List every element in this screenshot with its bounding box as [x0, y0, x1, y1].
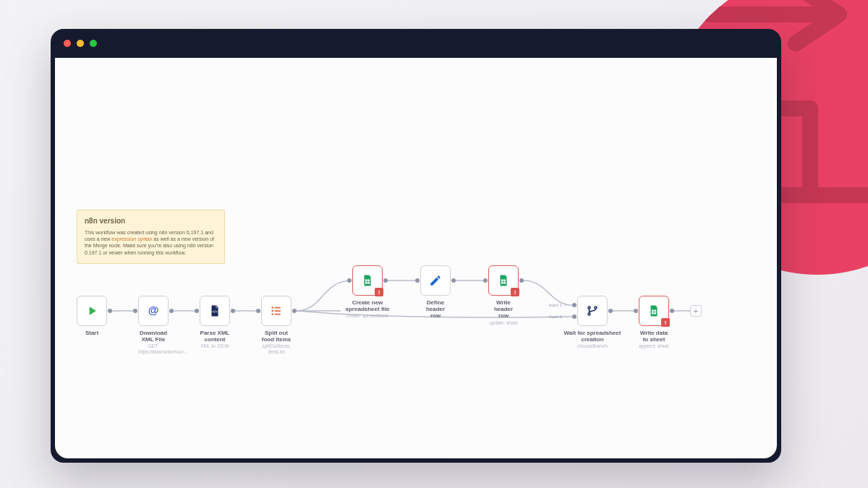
google-sheets-icon [495, 273, 511, 288]
play-icon [84, 303, 100, 319]
add-node-button[interactable]: + [690, 305, 702, 317]
node-split-items[interactable]: Split out food items splitOutItems: item… [261, 296, 292, 354]
browser-window: n8n version This workflow was created us… [51, 29, 781, 463]
workflow-canvas[interactable]: n8n version This workflow was created us… [55, 58, 777, 458]
svg-point-11 [588, 313, 590, 315]
node-download-xml[interactable]: @ Download XML File GET: https://www.w3s… [138, 296, 169, 354]
svg-rect-7 [275, 314, 281, 315]
google-sheets-icon [359, 273, 375, 288]
error-badge-icon [661, 318, 670, 327]
window-minimize-dot[interactable] [77, 40, 84, 47]
node-start[interactable]: Start [77, 296, 107, 336]
svg-point-12 [595, 307, 597, 309]
merge-input-2-label: input 2 → [549, 314, 568, 319]
node-write-header[interactable]: Write header row update: sheet [488, 265, 519, 325]
svg-point-10 [588, 307, 590, 309]
error-badge-icon [375, 288, 383, 296]
svg-point-4 [271, 313, 273, 315]
svg-rect-6 [275, 310, 281, 312]
window-maximize-dot[interactable] [90, 40, 97, 47]
merge-input-1-label: input 1 → [549, 303, 568, 307]
file-code-icon: </> [207, 303, 223, 319]
svg-rect-5 [275, 307, 281, 309]
error-badge-icon [511, 288, 519, 296]
svg-point-3 [271, 310, 273, 312]
list-icon [268, 303, 284, 319]
node-write-data[interactable]: Write data to sheet append: sheet [639, 296, 669, 349]
svg-text:</>: </> [212, 309, 218, 314]
node-parse-xml[interactable]: </> Parse XML content XML to JSON [200, 296, 230, 349]
google-sheets-icon [646, 303, 662, 319]
node-wait-merge[interactable]: input 1 → input 2 → Wait for spreadsheet… [577, 296, 615, 349]
node-create-spreadsheet[interactable]: Create new spreadsheet file create: spre… [352, 265, 390, 319]
window-close-dot[interactable] [64, 40, 71, 47]
window-titlebar [51, 29, 781, 58]
node-define-header[interactable]: Define header row [420, 265, 451, 320]
svg-point-2 [271, 307, 273, 309]
pencil-icon [427, 273, 443, 288]
sticky-note[interactable]: n8n version This workflow was created us… [77, 210, 225, 264]
sticky-note-link[interactable]: expression syntax [111, 236, 152, 241]
svg-text:@: @ [148, 304, 159, 316]
git-branch-icon [584, 303, 600, 319]
sticky-note-title: n8n version [85, 216, 217, 226]
http-at-icon: @ [145, 303, 161, 319]
